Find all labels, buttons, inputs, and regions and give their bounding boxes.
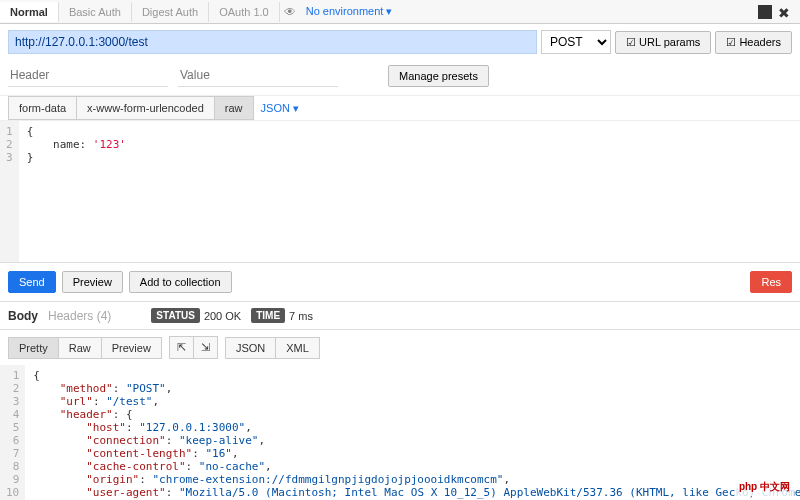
header-value-input[interactable] (178, 64, 338, 87)
request-body-code[interactable]: { name: '123' } (19, 121, 134, 262)
status-value: 200 OK (204, 310, 241, 322)
reset-button[interactable]: Res (750, 271, 792, 293)
line-gutter: 123 (0, 121, 19, 262)
response-body-code: { "method": "POST", "url": "/test", "hea… (25, 365, 800, 500)
tab-form-data[interactable]: form-data (8, 96, 77, 120)
manage-presets-button[interactable]: Manage presets (388, 65, 489, 87)
environment-dropdown[interactable]: No environment ▾ (300, 5, 399, 18)
url-row: POST ☑ URL params ☑ Headers (0, 24, 800, 60)
format-preview[interactable]: Preview (101, 337, 162, 359)
tab-normal[interactable]: Normal (0, 2, 59, 22)
settings-icon[interactable]: ✖ (778, 5, 792, 19)
response-tab-headers[interactable]: Headers (4) (48, 309, 111, 323)
format-raw[interactable]: Raw (58, 337, 102, 359)
send-button[interactable]: Send (8, 271, 56, 293)
eye-icon[interactable]: 👁 (284, 5, 296, 19)
format-pretty[interactable]: Pretty (8, 337, 59, 359)
format-json[interactable]: JSON (225, 337, 276, 359)
response-gutter: 1234567891011121314 (0, 365, 25, 500)
time-value: 7 ms (289, 310, 313, 322)
headers-form: Manage presets (0, 60, 800, 95)
add-to-collection-button[interactable]: Add to collection (129, 271, 232, 293)
url-params-button[interactable]: ☑ URL params (615, 31, 711, 54)
method-select[interactable]: POST (541, 30, 611, 54)
collapse-icon[interactable]: ⇱ (169, 336, 194, 359)
expand-icon[interactable]: ⇲ (193, 336, 218, 359)
tab-digest-auth[interactable]: Digest Auth (132, 2, 209, 22)
auth-tabs: Normal Basic Auth Digest Auth OAuth 1.0 … (0, 0, 800, 24)
format-xml[interactable]: XML (275, 337, 320, 359)
response-header-row: Body Headers (4) STATUS 200 OK TIME 7 ms (0, 302, 800, 330)
status-label: STATUS (151, 308, 200, 323)
raw-format-dropdown[interactable]: JSON ▾ (261, 102, 299, 115)
headers-button[interactable]: ☑ Headers (715, 31, 792, 54)
tab-basic-auth[interactable]: Basic Auth (59, 2, 132, 22)
response-format-row: Pretty Raw Preview ⇱ ⇲ JSON XML (0, 330, 800, 365)
response-tab-body[interactable]: Body (8, 309, 38, 323)
request-body-editor[interactable]: 123 { name: '123' } (0, 121, 800, 263)
window-icon[interactable] (758, 5, 772, 19)
url-input[interactable] (8, 30, 537, 54)
preview-button[interactable]: Preview (62, 271, 123, 293)
action-row: Send Preview Add to collection Res (0, 263, 800, 302)
tab-oauth[interactable]: OAuth 1.0 (209, 2, 280, 22)
response-body[interactable]: 1234567891011121314 { "method": "POST", … (0, 365, 800, 500)
tab-raw[interactable]: raw (214, 96, 254, 120)
tab-urlencoded[interactable]: x-www-form-urlencoded (76, 96, 215, 120)
time-label: TIME (251, 308, 285, 323)
header-key-input[interactable] (8, 64, 168, 87)
body-type-tabs: form-data x-www-form-urlencoded raw JSON… (0, 95, 800, 121)
watermark: php 中文网 (735, 478, 794, 496)
